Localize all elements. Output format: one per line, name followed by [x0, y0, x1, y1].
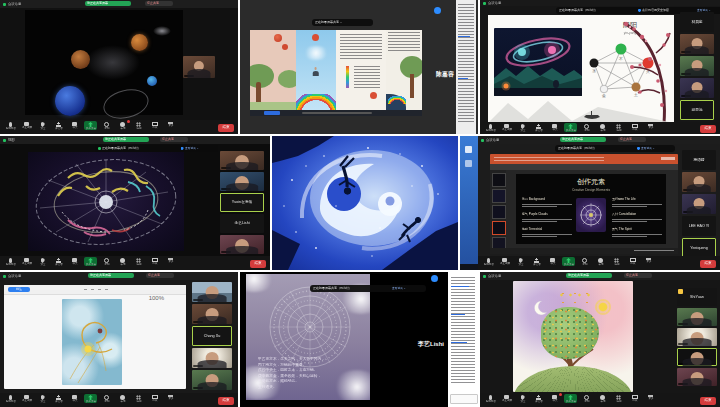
- participant-tile[interactable]: [677, 308, 717, 326]
- more-button[interactable]: 更多: [164, 257, 177, 263]
- smile-button[interactable]: 表情: [116, 257, 129, 266]
- apps-button[interactable]: 应用: [132, 121, 145, 130]
- end-meeting-button[interactable]: 结束: [250, 260, 266, 268]
- transcript-link[interactable]: [458, 36, 470, 37]
- end-meeting-button[interactable]: 结束: [218, 124, 234, 132]
- doc-blue-button[interactable]: [264, 111, 280, 115]
- participant-tile[interactable]: 李艺Lishi: [220, 214, 264, 233]
- participant-tile[interactable]: [220, 235, 264, 254]
- participant-tile[interactable]: [192, 304, 232, 324]
- desktop-icon[interactable]: [465, 160, 472, 167]
- participant-tile[interactable]: Chang Xu: [192, 326, 232, 346]
- shield-button[interactable]: 安全: [36, 257, 49, 266]
- participant-tile[interactable]: [220, 172, 264, 191]
- transcript-link[interactable]: [458, 78, 468, 79]
- chat-button[interactable]: 聊天: [68, 257, 81, 265]
- shield-button[interactable]: 安全: [36, 121, 49, 130]
- cam-button[interactable]: 停止视频: [498, 257, 511, 265]
- people-button[interactable]: 参会者: [532, 394, 545, 403]
- more-button[interactable]: 更多: [642, 257, 655, 263]
- share-button[interactable]: 共享屏幕: [84, 257, 97, 266]
- participant-tile[interactable]: 林晨曦: [680, 12, 714, 32]
- share-button[interactable]: 共享屏幕: [84, 121, 97, 130]
- chat-button[interactable]: 聊天: [68, 394, 81, 402]
- viewer-tools[interactable]: [82, 288, 112, 291]
- mic-button[interactable]: 解除静音: [484, 394, 497, 403]
- participant-tile[interactable]: [682, 194, 716, 214]
- chat-link[interactable]: [451, 286, 469, 287]
- participant-tile[interactable]: [677, 328, 717, 346]
- share-button[interactable]: 共享屏幕: [84, 394, 97, 403]
- participant-tile[interactable]: Yeeiqueng: [682, 238, 716, 258]
- participant-tile[interactable]: [682, 172, 716, 192]
- participant-tile[interactable]: [677, 348, 717, 366]
- shield-button[interactable]: 安全: [516, 394, 529, 403]
- shield-button[interactable]: 安全: [514, 257, 527, 266]
- end-meeting-button[interactable]: 结束: [218, 397, 234, 405]
- meeting-info-label[interactable]: 会议信息: [8, 274, 21, 277]
- smile-button[interactable]: 表情: [594, 257, 607, 266]
- smile-button[interactable]: 表情: [596, 123, 609, 132]
- participant-tile[interactable]: [192, 282, 232, 302]
- mic-button[interactable]: 解除静音: [482, 257, 495, 266]
- share-button[interactable]: 共享屏幕: [564, 123, 577, 132]
- mic-button[interactable]: 解除静音: [4, 394, 17, 403]
- share-button[interactable]: 共享屏幕: [564, 394, 577, 403]
- chat-panel[interactable]: [448, 272, 478, 407]
- slide-thumb[interactable]: [492, 173, 506, 187]
- cam-button[interactable]: 停止视频: [20, 121, 33, 129]
- slide-thumb[interactable]: [492, 205, 506, 219]
- shield-button[interactable]: 安全: [516, 123, 529, 132]
- view-options-button[interactable]: 查看选项 ⌄: [185, 147, 199, 150]
- chat-link[interactable]: [451, 314, 465, 315]
- end-meeting-button[interactable]: 结束: [700, 260, 716, 268]
- slide-thumb-selected[interactable]: [492, 221, 506, 235]
- stop-share-button[interactable]: 停止共享: [624, 273, 652, 278]
- stop-share-button[interactable]: 停止共享: [146, 273, 174, 278]
- rec-button[interactable]: 录制: [100, 257, 113, 266]
- cam-button[interactable]: 停止视频: [20, 394, 33, 402]
- chat-link[interactable]: [451, 342, 467, 343]
- chat-button[interactable]: 聊天: [68, 121, 81, 129]
- viewing-share-pill[interactable]: 正在观看屏幕共享 ⌄: [312, 19, 373, 26]
- rec-button[interactable]: 录制: [100, 121, 113, 130]
- board-button[interactable]: 白板: [626, 257, 639, 265]
- participant-tile[interactable]: 梅语晴: [682, 150, 716, 170]
- shield-button[interactable]: 安全: [36, 394, 49, 403]
- participant-tile[interactable]: [680, 78, 714, 98]
- slide-thumb[interactable]: [492, 189, 506, 203]
- apps-button[interactable]: 应用: [132, 394, 145, 403]
- slide-thumbnails[interactable]: [490, 170, 506, 248]
- window-controls[interactable]: [661, 157, 675, 160]
- share-button[interactable]: 共享屏幕: [562, 257, 575, 266]
- participant-tile[interactable]: [680, 56, 714, 76]
- viewing-share-pill[interactable]: 正在观看屏幕共享（已冻结） 查看选项 ⌄: [310, 285, 426, 292]
- apps-button[interactable]: 应用: [612, 123, 625, 132]
- people-button[interactable]: 参会者: [52, 257, 65, 266]
- board-button[interactable]: 白板: [148, 394, 161, 402]
- chat-button[interactable]: 聊天: [548, 394, 561, 402]
- board-button[interactable]: 白板: [148, 121, 161, 129]
- more-button[interactable]: 更多: [164, 394, 177, 400]
- mic-button[interactable]: 解除静音: [484, 123, 497, 132]
- stop-share-button[interactable]: 停止共享: [145, 1, 173, 6]
- board-button[interactable]: 白板: [628, 394, 641, 402]
- apps-button[interactable]: 应用: [612, 394, 625, 403]
- meeting-info-label[interactable]: 会议信息: [488, 274, 501, 277]
- participant-tile[interactable]: [183, 56, 215, 78]
- apps-button[interactable]: 应用: [610, 257, 623, 266]
- chat-input[interactable]: [450, 394, 478, 404]
- chat-button[interactable]: 聊天: [548, 123, 561, 131]
- participant-tile[interactable]: LEE HAO YI: [682, 216, 716, 236]
- rec-button[interactable]: 录制: [580, 394, 593, 403]
- participant-tile[interactable]: [220, 151, 264, 170]
- stop-share-button[interactable]: 停止共享: [618, 137, 646, 142]
- mic-button[interactable]: 解除静音: [4, 121, 17, 130]
- cam-button[interactable]: 停止视频: [500, 394, 513, 402]
- participant-tile[interactable]: [680, 34, 714, 54]
- meeting-info-label[interactable]: 会议信息: [486, 138, 499, 141]
- participant-tile[interactable]: [192, 348, 232, 368]
- participant-tile[interactable]: 胡思远: [680, 100, 714, 120]
- mic-button[interactable]: 解除静音: [4, 257, 17, 266]
- end-meeting-button[interactable]: 结束: [700, 397, 716, 405]
